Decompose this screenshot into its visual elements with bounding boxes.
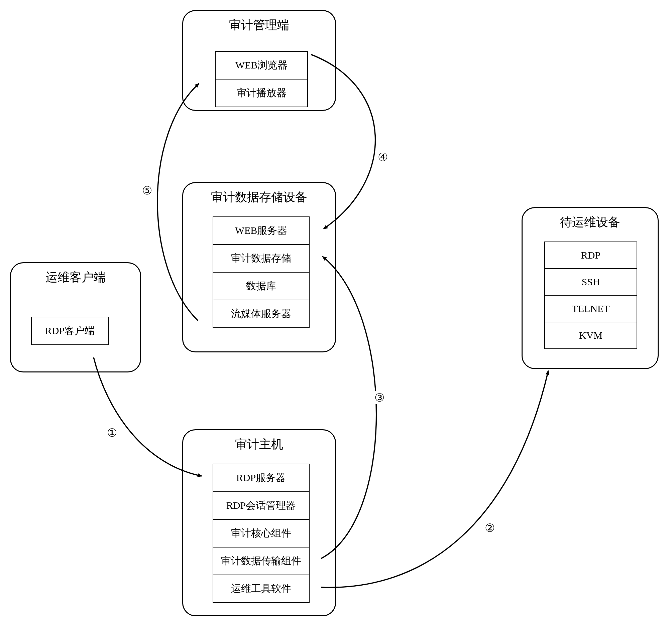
ops-client-slot-rdp-client: RDP客户端 bbox=[31, 317, 109, 345]
node-audit-mgmt: 审计管理端 WEB浏览器 审计播放器 bbox=[182, 10, 336, 111]
node-audit-mgmt-title: 审计管理端 bbox=[183, 17, 335, 33]
audit-host-slot-audit-core: 审计核心组件 bbox=[213, 519, 310, 548]
edge-label-1: ① bbox=[107, 426, 117, 439]
audit-storage-slot-web-server: WEB服务器 bbox=[213, 217, 310, 245]
node-ops-client: 运维客户端 RDP客户端 bbox=[10, 262, 141, 373]
audit-host-slot-rdp-session-mgr: RDP会话管理器 bbox=[213, 492, 310, 520]
audit-mgmt-slot-audit-player: 审计播放器 bbox=[215, 79, 308, 107]
node-audit-storage: 审计数据存储设备 WEB服务器 审计数据存储 数据库 流媒体服务器 bbox=[182, 182, 336, 352]
node-audit-storage-title: 审计数据存储设备 bbox=[183, 189, 335, 205]
node-target-dev: 待运维设备 RDP SSH TELNET KVM bbox=[522, 207, 658, 369]
audit-storage-slot-stream-server: 流媒体服务器 bbox=[213, 300, 310, 328]
diagram-canvas: 审计管理端 WEB浏览器 审计播放器 审计数据存储设备 WEB服务器 审计数据存… bbox=[0, 0, 672, 628]
edge-label-5: ⑤ bbox=[142, 184, 152, 197]
audit-host-slot-ops-tool: 运维工具软件 bbox=[213, 575, 310, 603]
target-dev-slot-kvm: KVM bbox=[544, 322, 637, 349]
edge-label-4: ④ bbox=[378, 150, 388, 164]
target-dev-slot-ssh: SSH bbox=[544, 268, 637, 296]
audit-storage-slot-data-store: 审计数据存储 bbox=[213, 244, 310, 273]
audit-host-slot-rdp-server: RDP服务器 bbox=[213, 463, 310, 492]
node-audit-host-title: 审计主机 bbox=[183, 436, 335, 453]
audit-mgmt-slot-web-browser: WEB浏览器 bbox=[215, 51, 308, 79]
audit-host-slot-audit-transfer: 审计数据传输组件 bbox=[213, 547, 310, 575]
target-dev-slot-telnet: TELNET bbox=[544, 295, 637, 322]
edge-label-2: ② bbox=[485, 521, 495, 534]
audit-storage-slot-database: 数据库 bbox=[213, 272, 310, 300]
edge-label-3: ③ bbox=[375, 391, 384, 404]
target-dev-slot-rdp: RDP bbox=[544, 242, 637, 269]
node-target-dev-title: 待运维设备 bbox=[523, 214, 657, 230]
edge-2 bbox=[321, 371, 548, 587]
node-audit-host: 审计主机 RDP服务器 RDP会话管理器 审计核心组件 审计数据传输组件 运维工… bbox=[182, 429, 336, 616]
node-ops-client-title: 运维客户端 bbox=[11, 269, 140, 285]
